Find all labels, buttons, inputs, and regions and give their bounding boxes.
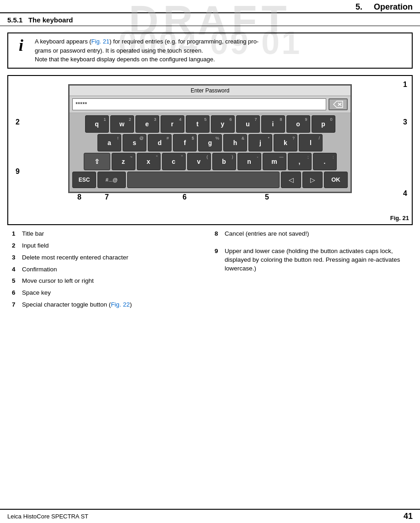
keyboard-window: Enter Password ***** 1q 2w 3e 4r 5t — [68, 84, 352, 193]
key-n[interactable]: -n — [237, 153, 261, 170]
fig-label: Fig. 21 — [390, 215, 409, 221]
key-t[interactable]: 5t — [186, 115, 210, 133]
keyboard-diagram-container: 1 2 3 9 4 Enter Password ***** 1q — [7, 75, 413, 225]
key-p[interactable]: 0p — [312, 115, 335, 133]
list-item-6: 6 Space key — [12, 289, 205, 297]
callout-2: 2 — [16, 118, 20, 126]
kbd-row-3: ⇧ ~z "x °c (v )b -n —m ;, :. — [72, 153, 348, 170]
key-z[interactable]: ~z — [112, 153, 135, 170]
callout-3: 3 — [403, 118, 407, 126]
key-d[interactable]: #d — [148, 134, 172, 151]
keyboard-titlebar: Enter Password — [70, 86, 350, 96]
footer-product-name: Leica HistoCore SPECTRA ST — [7, 513, 88, 520]
kbd-bottom-row: ESC #...@ ◁ ▷ OK — [72, 172, 348, 188]
kbd-row-2: !a @s #d $f %g &h *j ?k /l — [72, 134, 348, 151]
fig21-ref-info: Fig. 21 — [92, 38, 110, 45]
list-col-right: 8 Cancel (entries are not saved!) 9 Uppe… — [210, 230, 413, 313]
callout-1: 1 — [403, 81, 407, 89]
key-y[interactable]: 6y — [211, 115, 235, 133]
info-text-line2: grams or password entry). It is operated… — [35, 46, 258, 55]
space-key[interactable] — [127, 172, 280, 188]
list-col-left: 1 Title bar 2 Input field 3 Delete most … — [7, 230, 210, 313]
backspace-button[interactable] — [328, 98, 348, 110]
callout-5: 5 — [265, 193, 269, 201]
kbd-row-1: 1q 2w 3e 4r 5t 6y 7u 8i 9o 0p — [72, 115, 348, 133]
key-m[interactable]: —m — [263, 153, 286, 170]
list-item-4: 4 Confirmation — [12, 265, 205, 274]
keyboard-keys-area: 1q 2w 3e 4r 5t 6y 7u 8i 9o 0p !a @s #d $… — [70, 113, 350, 192]
callout-6: 6 — [183, 193, 187, 201]
footer-page-number: 41 — [404, 512, 413, 521]
bottom-callouts: 8 7 6 5 — [68, 193, 352, 210]
esc-button[interactable]: ESC — [72, 172, 96, 188]
key-l[interactable]: /l — [299, 134, 323, 151]
key-comma[interactable]: ;, — [288, 153, 312, 170]
info-text-line1: A keyboard appears (Fig. 21) for require… — [35, 37, 258, 46]
right-arrow-button[interactable]: ▷ — [302, 172, 323, 188]
info-text-line3: Note that the keyboard display depends o… — [35, 55, 258, 64]
header-right: 5. Operation — [355, 2, 413, 12]
list-item-3: 3 Delete most recently entered character — [12, 253, 205, 262]
list-item-9: 9 Upper and lower case (holding the butt… — [215, 247, 408, 273]
chapter-number: 5. — [355, 2, 362, 11]
key-a[interactable]: !a — [97, 134, 121, 151]
section-heading: The keyboard — [28, 16, 73, 24]
callout-9: 9 — [16, 167, 20, 176]
key-c[interactable]: °c — [162, 153, 186, 170]
backspace-icon — [333, 101, 343, 108]
key-h[interactable]: &h — [223, 134, 247, 151]
key-w[interactable]: 2w — [110, 115, 134, 133]
section-number: 5.5.1 — [7, 16, 22, 24]
key-b[interactable]: )b — [212, 153, 236, 170]
list-item-7: 7 Special character toggle button (Fig. … — [12, 301, 205, 309]
key-o[interactable]: 9o — [286, 115, 310, 133]
list-item-5: 5 Move cursor to left or right — [12, 277, 205, 286]
ok-button[interactable]: OK — [324, 172, 348, 188]
key-e[interactable]: 3e — [135, 115, 159, 133]
info-icon: i — [14, 37, 28, 64]
special-char-button[interactable]: #...@ — [97, 172, 126, 188]
list-spacer — [215, 242, 408, 247]
info-box: i A keyboard appears (Fig. 21) for requi… — [7, 32, 413, 69]
key-g[interactable]: %g — [198, 134, 222, 151]
svg-marker-0 — [334, 101, 343, 108]
callout-4: 4 — [403, 189, 407, 198]
input-value: ***** — [75, 101, 87, 108]
page-footer: Leica HistoCore SPECTRA ST 41 — [0, 509, 420, 523]
key-r[interactable]: 4r — [161, 115, 184, 133]
numbered-list: 1 Title bar 2 Input field 3 Delete most … — [7, 230, 413, 313]
keyboard-input-row: ***** — [70, 96, 350, 113]
key-period[interactable]: :. — [313, 153, 337, 170]
key-j[interactable]: *j — [248, 134, 272, 151]
key-s[interactable]: @s — [123, 134, 146, 151]
callout-7: 7 — [105, 193, 109, 201]
fig22-ref: Fig. 22 — [111, 301, 129, 308]
callout-8: 8 — [77, 193, 81, 201]
key-q[interactable]: 1q — [85, 115, 109, 133]
shift-key[interactable]: ⇧ — [84, 153, 110, 170]
key-f[interactable]: $f — [173, 134, 197, 151]
page-header: DRAFT 5. Operation — [0, 0, 420, 13]
list-item-2: 2 Input field — [12, 242, 205, 250]
left-arrow-button[interactable]: ◁ — [281, 172, 301, 188]
key-x[interactable]: "x — [137, 153, 161, 170]
keyboard-input-field[interactable]: ***** — [72, 98, 326, 110]
section-title: 5.5.1 The keyboard — [0, 13, 420, 26]
key-k[interactable]: ?k — [274, 134, 297, 151]
key-v[interactable]: (v — [187, 153, 211, 170]
list-item-8: 8 Cancel (entries are not saved!) — [215, 230, 408, 238]
list-item-1: 1 Title bar — [12, 230, 205, 238]
key-i[interactable]: 8i — [261, 115, 285, 133]
info-box-text: A keyboard appears (Fig. 21) for require… — [35, 37, 258, 64]
chapter-title: Operation — [374, 2, 413, 11]
key-u[interactable]: 7u — [236, 115, 260, 133]
